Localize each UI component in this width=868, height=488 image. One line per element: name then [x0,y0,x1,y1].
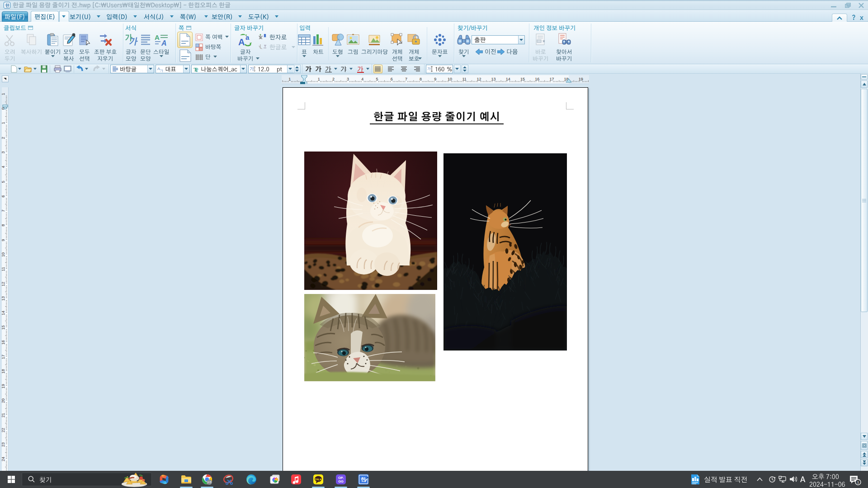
svg-text:5: 5 [2,180,5,183]
svg-text:24: 24 [2,457,5,461]
svg-text:1: 1 [288,77,291,81]
svg-text:a: a [245,33,250,41]
svg-text:9: 9 [2,239,5,241]
svg-text:A: A [155,33,160,41]
svg-text:20: 20 [2,398,5,403]
svg-text:3: 3 [2,151,5,153]
svg-text:9: 9 [434,77,436,81]
svg-text:6: 6 [2,195,5,197]
svg-text:5: 5 [376,77,378,81]
svg-text:10: 10 [448,77,452,81]
svg-text:14: 14 [506,77,510,81]
svg-text:8: 8 [420,77,422,81]
svg-text:2: 2 [2,137,5,139]
svg-text:15: 15 [520,77,525,81]
svg-text:1: 1 [318,77,320,81]
svg-text:T: T [195,68,198,72]
svg-text:1: 1 [857,480,859,484]
svg-text:A: A [161,39,167,47]
svg-text:18: 18 [2,369,5,374]
svg-text:13: 13 [2,296,5,301]
svg-text:19: 19 [579,77,583,81]
svg-text:1: 1 [2,122,5,124]
svg-text:19: 19 [2,384,5,389]
svg-text:17: 17 [2,355,5,359]
svg-text:15: 15 [2,325,5,330]
svg-text:22: 22 [2,428,5,432]
svg-text:16: 16 [2,340,5,345]
svg-text:8: 8 [2,224,5,226]
svg-text:A: A [238,37,245,47]
svg-text:7: 7 [405,77,407,81]
svg-text:11: 11 [2,267,5,271]
svg-text:21: 21 [2,413,5,417]
svg-text:12: 12 [2,282,5,286]
svg-text:4: 4 [361,77,363,81]
svg-text:10: 10 [2,252,5,257]
svg-text:16: 16 [535,77,539,81]
svg-text:11: 11 [462,77,467,81]
svg-text:13: 13 [491,77,496,81]
svg-text:12: 12 [476,77,481,81]
svg-text:2: 2 [332,77,335,81]
svg-text:14: 14 [2,311,5,315]
svg-text:7: 7 [2,209,5,212]
svg-text:4: 4 [2,166,5,168]
svg-text:3: 3 [347,77,349,81]
svg-text:TALK: TALK [315,478,322,481]
svg-text:A: A [157,66,160,71]
svg-text:17: 17 [549,77,554,81]
svg-text:GG: GG [338,479,344,483]
svg-text:6: 6 [391,77,393,81]
svg-text:23: 23 [2,442,5,447]
svg-text:1: 1 [2,93,5,95]
